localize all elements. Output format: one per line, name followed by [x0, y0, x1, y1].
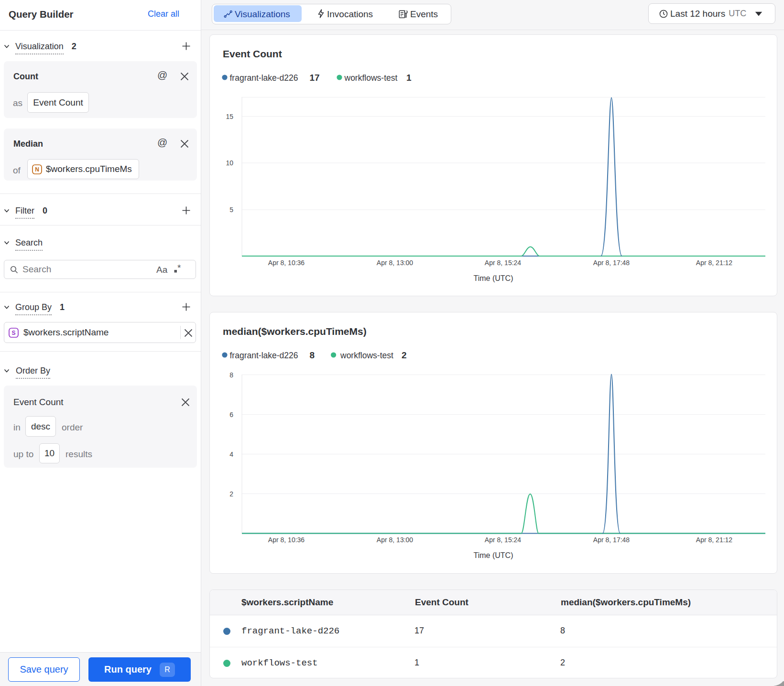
svg-text:fragrant-lake-d226: fragrant-lake-d226: [230, 73, 298, 83]
svg-text:Aa: Aa: [156, 265, 168, 275]
svg-text:2: 2: [229, 490, 233, 498]
svg-text:10: 10: [226, 159, 233, 167]
svg-text:Apr 8, 21:12: Apr 8, 21:12: [696, 259, 732, 267]
svg-text:15: 15: [226, 113, 233, 120]
svg-text:8: 8: [229, 371, 233, 379]
svg-text:8: 8: [310, 350, 315, 360]
svg-text:N: N: [35, 166, 39, 173]
svg-text:6: 6: [229, 411, 233, 418]
svg-text:fragrant-lake-d226: fragrant-lake-d226: [230, 351, 298, 360]
svg-text:workflows-test: workflows-test: [344, 73, 398, 83]
svg-text:workflows-test: workflows-test: [340, 351, 393, 360]
svg-text:Apr 8, 10:36: Apr 8, 10:36: [268, 536, 305, 544]
svg-text:Time (UTC): Time (UTC): [474, 551, 513, 559]
svg-text:4: 4: [229, 450, 233, 458]
svg-text:Apr 8, 15:24: Apr 8, 15:24: [485, 259, 521, 267]
svg-text:17: 17: [310, 73, 320, 83]
svg-text:Apr 8, 15:24: Apr 8, 15:24: [485, 536, 521, 544]
svg-text:*: *: [177, 264, 181, 273]
svg-text:Apr 8, 17:48: Apr 8, 17:48: [593, 536, 630, 544]
svg-text:1: 1: [406, 73, 412, 83]
svg-text:Time (UTC): Time (UTC): [474, 274, 513, 282]
svg-text:Apr 8, 10:36: Apr 8, 10:36: [268, 259, 305, 267]
svg-text:Apr 8, 17:48: Apr 8, 17:48: [593, 259, 630, 267]
svg-text:median($workers.cpuTimeMs): median($workers.cpuTimeMs): [223, 326, 367, 337]
svg-text:2: 2: [402, 350, 407, 360]
svg-text:S: S: [11, 330, 15, 336]
svg-text:Apr 8, 21:12: Apr 8, 21:12: [696, 536, 732, 544]
svg-text:Apr 8, 13:00: Apr 8, 13:00: [377, 536, 413, 544]
svg-text:Apr 8, 13:00: Apr 8, 13:00: [377, 259, 413, 267]
svg-text:5: 5: [229, 206, 233, 214]
svg-text:Event Count: Event Count: [223, 48, 282, 59]
